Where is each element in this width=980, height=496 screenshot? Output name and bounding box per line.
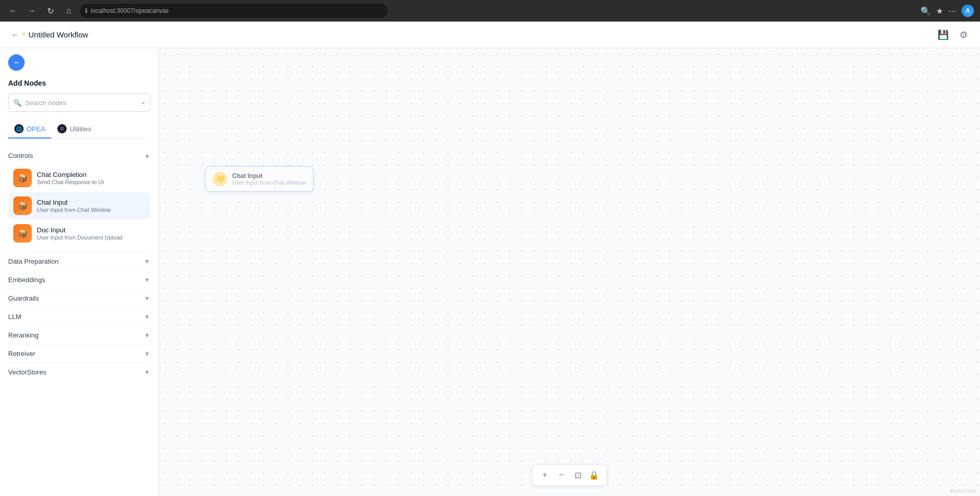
reranking-title: Reranking bbox=[8, 331, 38, 339]
retreiver-chevron-icon: ▼ bbox=[144, 350, 150, 358]
node-chat-completion[interactable]: 📦 Chat Completion Send Chat Response to … bbox=[8, 165, 150, 191]
browser-actions: 🔍 ★ ⋯ A bbox=[921, 5, 974, 17]
browser-url-text: localhost:30007/opeacanvas bbox=[91, 7, 169, 14]
chat-completion-text: Chat Completion Send Chat Response to UI bbox=[37, 171, 145, 185]
browser-more-icon[interactable]: ⋯ bbox=[948, 6, 956, 16]
section-controls-header[interactable]: Controls ▼ bbox=[8, 147, 150, 165]
browser-chrome: ← → ↻ ⌂ ℹ localhost:30007/opeacanvas 🔍 ★… bbox=[0, 0, 980, 22]
collapse-button[interactable]: − bbox=[8, 54, 25, 71]
workflow-name: Untitled Workflow bbox=[28, 30, 88, 39]
ghost-node-icon: 💛 bbox=[213, 172, 227, 186]
app-header: ← * Untitled Workflow 💾 ⚙ bbox=[0, 22, 980, 48]
doc-input-name: Doc Input bbox=[37, 226, 145, 234]
retreiver-title: Retreiver bbox=[8, 350, 35, 358]
doc-input-desc: User Input from Document Upload bbox=[37, 234, 145, 241]
browser-avatar[interactable]: A bbox=[962, 5, 974, 17]
chat-input-text: Chat Input User Input from Chat Window bbox=[37, 199, 145, 213]
section-embeddings-header[interactable]: Embeddings ▼ bbox=[8, 270, 150, 289]
chat-completion-name: Chat Completion bbox=[37, 171, 145, 178]
chat-input-desc: User Input from Chat Window bbox=[37, 207, 145, 213]
canvas[interactable]: 💛 Chat Input User Input from Chat Window… bbox=[159, 48, 980, 496]
section-vectorstores-header[interactable]: VectorStores ▼ bbox=[8, 363, 150, 381]
browser-url-bar[interactable]: ℹ localhost:30007/opeacanvas bbox=[80, 4, 387, 18]
browser-bookmark-icon[interactable]: ★ bbox=[936, 6, 943, 16]
zoom-out-button[interactable]: − bbox=[554, 468, 568, 482]
guardrails-title: Guardrails bbox=[8, 294, 39, 302]
save-button[interactable]: 💾 bbox=[935, 27, 951, 43]
guardrails-chevron-icon: ▼ bbox=[144, 295, 150, 302]
unsaved-indicator: * bbox=[23, 31, 25, 39]
react-flow-watermark: React Flow bbox=[950, 488, 976, 494]
controls-node-list: 📦 Chat Completion Send Chat Response to … bbox=[8, 165, 150, 252]
reranking-chevron-icon: ▼ bbox=[144, 332, 150, 339]
sidebar: − Add Nodes 🔍 × 🌐 OPEA 🛠 Utilities bbox=[0, 48, 159, 496]
fit-view-button[interactable]: ⊡ bbox=[570, 468, 585, 482]
lock-button[interactable]: 🔒 bbox=[587, 468, 601, 482]
search-box: 🔍 × bbox=[8, 93, 150, 112]
opea-tab-icon: 🌐 bbox=[14, 124, 24, 133]
add-nodes-title: Add Nodes bbox=[8, 79, 150, 87]
section-controls: Controls ▼ 📦 Chat Completion Send Chat R… bbox=[8, 147, 150, 252]
browser-refresh-btn[interactable]: ↻ bbox=[43, 4, 57, 18]
tab-opea[interactable]: 🌐 OPEA bbox=[8, 120, 51, 138]
chat-input-icon: 📦 bbox=[13, 196, 32, 215]
main-layout: − Add Nodes 🔍 × 🌐 OPEA 🛠 Utilities bbox=[0, 48, 980, 496]
embeddings-chevron-icon: ▼ bbox=[144, 276, 150, 284]
ghost-node-text: Chat Input User Input from Chat Window bbox=[232, 172, 306, 186]
section-retreiver-header[interactable]: Retreiver ▼ bbox=[8, 344, 150, 363]
back-button[interactable]: ← bbox=[8, 28, 23, 42]
ghost-node-desc: User Input from Chat Window bbox=[232, 180, 306, 186]
browser-back-btn[interactable]: ← bbox=[6, 4, 21, 18]
section-data-preparation-header[interactable]: Data Preparation ▼ bbox=[8, 252, 150, 270]
search-input[interactable] bbox=[8, 93, 150, 112]
search-icon: 🔍 bbox=[13, 99, 22, 107]
node-doc-input[interactable]: 📦 Doc Input User Input from Document Upl… bbox=[8, 220, 150, 247]
workflow-title: * Untitled Workflow bbox=[23, 30, 88, 39]
llm-chevron-icon: ▼ bbox=[144, 313, 150, 321]
controls-chevron-icon: ▼ bbox=[144, 152, 150, 160]
search-clear-icon[interactable]: × bbox=[141, 99, 145, 107]
chat-input-name: Chat Input bbox=[37, 199, 145, 206]
chat-completion-desc: Send Chat Response to UI bbox=[37, 179, 145, 185]
section-guardrails-header[interactable]: Guardrails ▼ bbox=[8, 289, 150, 307]
tab-utilities[interactable]: 🛠 Utilities bbox=[51, 120, 97, 138]
utilities-tab-label: Utilities bbox=[70, 125, 91, 133]
section-controls-title: Controls bbox=[8, 152, 33, 160]
canvas-toolbar: + − ⊡ 🔒 bbox=[532, 464, 607, 486]
vectorstores-chevron-icon: ▼ bbox=[144, 369, 150, 376]
llm-title: LLM bbox=[8, 313, 21, 321]
ghost-node-name: Chat Input bbox=[232, 172, 306, 180]
ghost-node: 💛 Chat Input User Input from Chat Window bbox=[205, 166, 314, 192]
zoom-in-button[interactable]: + bbox=[538, 468, 552, 482]
browser-forward-btn[interactable]: → bbox=[25, 4, 39, 18]
chat-completion-icon: 📦 bbox=[13, 169, 32, 187]
embeddings-title: Embeddings bbox=[8, 276, 45, 284]
utilities-tab-icon: 🛠 bbox=[57, 124, 67, 133]
opea-tab-label: OPEA bbox=[27, 125, 45, 133]
node-chat-input[interactable]: 📦 Chat Input User Input from Chat Window bbox=[8, 192, 150, 219]
data-preparation-title: Data Preparation bbox=[8, 257, 58, 265]
browser-home-btn[interactable]: ⌂ bbox=[62, 4, 76, 18]
doc-input-icon: 📦 bbox=[13, 224, 32, 243]
sidebar-inner: Add Nodes 🔍 × 🌐 OPEA 🛠 Utilities bbox=[0, 48, 158, 496]
settings-button[interactable]: ⚙ bbox=[955, 27, 972, 43]
vectorstores-title: VectorStores bbox=[8, 368, 46, 376]
browser-zoom-icon[interactable]: 🔍 bbox=[921, 6, 931, 16]
header-actions: 💾 ⚙ bbox=[935, 27, 972, 43]
browser-info-icon: ℹ bbox=[85, 7, 88, 14]
section-reranking-header[interactable]: Reranking ▼ bbox=[8, 326, 150, 344]
doc-input-text: Doc Input User Input from Document Uploa… bbox=[37, 226, 145, 241]
section-llm-header[interactable]: LLM ▼ bbox=[8, 307, 150, 326]
data-preparation-chevron-icon: ▼ bbox=[144, 258, 150, 265]
tab-row: 🌐 OPEA 🛠 Utilities bbox=[8, 120, 150, 138]
